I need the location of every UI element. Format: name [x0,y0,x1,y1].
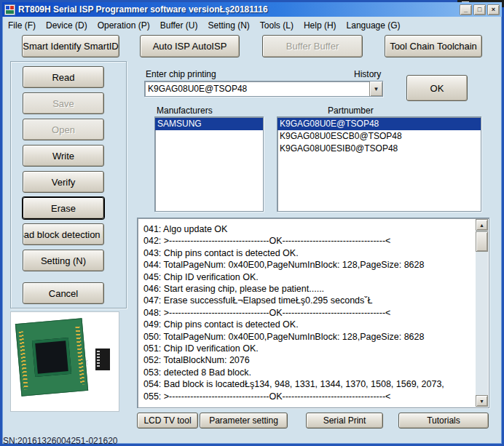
log-line: 041: Algo update OK [143,223,473,235]
chip-socket-graphic [32,338,71,377]
auto-isp-button[interactable]: Auto ISP AutoISP [140,35,240,57]
manufacturers-label: Manufacturers [157,105,213,116]
menu-item[interactable]: Device (D) [41,19,92,32]
log-line: 046: Start erasing chip, please be patie… [143,283,473,295]
minimize-button[interactable]: _ [460,4,472,15]
menu-bar: File (F)Device (D)Operation (P)Buffer (U… [3,18,501,32]
log-line: 042: >---------------------------------O… [143,235,473,247]
read-button[interactable]: Read [23,66,104,88]
log-line: 053: detected 8 Bad block. [143,367,473,378]
menu-item[interactable]: Buffer (U) [155,19,203,32]
chevron-down-icon[interactable]: ▼ [369,81,382,96]
pin-row-graphic [19,331,28,389]
menu-item[interactable]: Tools (L) [255,19,299,32]
log-line: 044: TotalPageNum: 0x40E00,PageNumInBloc… [143,259,473,271]
save-button: Save [23,92,104,114]
log-line: 055: >---------------------------------O… [143,391,473,402]
partnumber-item[interactable]: K9GAG08U0ESIB0@TSOP48 [277,143,481,155]
maximize-button[interactable]: □ [473,4,486,15]
menu-item[interactable]: Operation (P) [92,19,155,32]
log-line: 045: Chip ID verification OK. [143,271,473,283]
chip-combobox[interactable]: K9GAG08U0E@TSOP48 ▼ [144,81,383,97]
log-line: 047: Erase successfulŁ¬Elapsed timeŁş0.2… [143,295,473,306]
device-photo: Universal Programmer [10,311,119,412]
pin-header-graphic [95,349,110,370]
manufacturers-list[interactable]: SAMSUNG [154,116,264,212]
open-button: Open [23,119,104,140]
verify-button[interactable]: Verify [23,171,104,193]
app-window: RT809H Serial ISP Programmer software ve… [0,0,504,446]
log-line: 049: Chip pins contact is detected OK. [143,319,473,330]
log-line: 050: TotalPageNum: 0x40E00,PageNumInBloc… [143,331,473,343]
setting-button[interactable]: Setting (N) [23,250,104,271]
partnumber-item[interactable]: K9GAG08U0ESCB0@TSOP48 [277,130,481,143]
menu-item[interactable]: Help (H) [299,19,342,32]
app-icon[interactable] [4,4,15,15]
titlebar[interactable]: RT809H Serial ISP Programmer software ve… [2,2,502,17]
log-scrollbar[interactable]: ▲ ▼ [476,219,488,407]
serial-number-text: SN:20161326004251-021620 [3,436,117,446]
parameter-setting-button[interactable]: Parameter setting [200,413,288,429]
pin-header-pins-graphic [97,351,100,368]
menu-item[interactable]: Setting (N) [203,19,255,32]
cancel-button[interactable]: Cancel [23,282,104,304]
smart-identify-button[interactable]: Smart Identify SmartID [22,35,119,57]
close-button[interactable]: × [487,4,500,15]
log-output[interactable]: 041: Algo update OK042: >---------------… [137,218,489,408]
pin-row-graphic [75,326,84,384]
enter-chip-label: Enter chip printing [146,69,216,79]
serial-print-button[interactable]: Serial Print [306,413,383,429]
partnumber-list[interactable]: K9GAG08U0E@TSOP48K9GAG08U0ESCB0@TSOP48K9… [277,116,481,212]
pcb-graphic [15,318,88,397]
chip-combobox-value[interactable]: K9GAG08U0E@TSOP48 [145,81,369,96]
operations-buttons: ReadSaveOpenWriteVerifyEraseBad block de… [23,66,104,271]
tool-chain-button[interactable]: Tool Chain Toolchain [385,35,482,57]
scrollbar-thumb[interactable] [476,231,488,252]
log-line: 052: TotalBlockNum: 2076 [143,354,473,366]
scroll-up-icon[interactable]: ▲ [476,219,488,231]
window-title: RT809H Serial ISP Programmer software ve… [18,4,457,15]
log-lines: 041: Algo update OK042: >---------------… [138,218,475,407]
lcd-tv-tool-button[interactable]: LCD TV tool [137,413,198,429]
manufacturer-item[interactable]: SAMSUNG [155,118,263,130]
buffer-button: Buffer Buffer [262,35,363,57]
menu-item[interactable]: File (F) [3,19,41,32]
write-button[interactable]: Write [23,145,104,167]
log-line: 051: Chip ID verification OK. [143,343,473,354]
log-line: 043: Chip pins contact is detected OK. [143,247,473,259]
erase-button[interactable]: Erase [23,197,104,219]
log-line: 054: Bad block is locatedŁş134, 948, 133… [143,378,473,390]
history-label: History [354,69,381,79]
partnumber-label: Partnumber [328,105,374,116]
menu-item[interactable]: Language (G) [342,19,406,32]
scroll-down-icon[interactable]: ▼ [476,395,488,407]
ok-button[interactable]: OK [406,75,468,101]
bad-block-detection-button[interactable]: Bad block detection B [23,223,104,245]
partnumber-item[interactable]: K9GAG08U0E@TSOP48 [277,118,481,130]
log-line: 048: >---------------------------------O… [143,307,473,319]
tutorials-button[interactable]: Tutorials [398,413,489,429]
